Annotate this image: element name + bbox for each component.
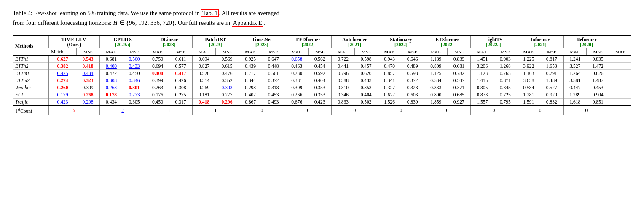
metric-mse-col-8: MSE (447, 48, 470, 56)
dataset-label: ETTh2 (13, 63, 48, 70)
stationary-header: Stationary[2022] (378, 36, 424, 48)
cell-ETTh1-mae-0: 0.543 (76, 56, 99, 63)
cell-ECL-mse-9: 0.878 (470, 91, 494, 99)
cell-ECL-mse-8: 0.800 (424, 91, 447, 99)
count-label: 1stCount (13, 106, 48, 115)
cell-ETTm2-mse-10: 3.658 (517, 77, 540, 84)
metric-mae-col-8: MAE (470, 48, 494, 56)
reformer-header: Reformer[2020] (564, 36, 609, 48)
count-cell-5: 0 (285, 106, 331, 115)
cell-ECL-mse-7: 0.627 (378, 91, 401, 99)
cell-ECL-mse-2: 0.176 (146, 91, 169, 99)
informer-header: Informer[2021] (517, 36, 564, 48)
table-row: ECL0.1790.2680.1780.2730.1760.2750.1810.… (13, 91, 631, 99)
dataset-label: ETTm2 (13, 77, 48, 84)
cell-ECL-mae-2: 0.275 (169, 91, 192, 99)
cell-Traffic-mse-4: 0.867 (239, 99, 262, 106)
cell-ETTh1-mse-4: 0.925 (239, 56, 262, 63)
cell-ECL-mse-5: 0.266 (285, 91, 308, 99)
table-row: Traffic0.4230.2980.4340.3050.4500.3170.4… (13, 99, 631, 106)
cell-ETTm2-mae-3: 0.352 (215, 77, 239, 84)
metric-mse-col-3: MSE (215, 48, 239, 56)
metric-mae-col-5: MAE (331, 48, 354, 56)
cell-ECL-mae-9: 0.725 (494, 91, 517, 99)
table-row: ETTh20.3820.4180.4000.4330.6940.5770.827… (13, 63, 631, 70)
table-row: ETTm20.2740.3230.3080.3460.3990.4260.314… (13, 77, 631, 84)
cell-ETTm2-mse-4: 0.344 (239, 77, 262, 84)
lightts-header: LightTS[2022a] (470, 36, 517, 48)
cell-ETTh1-mse-10: 1.225 (517, 56, 540, 63)
cell-ETTm2-mae-4: 0.372 (262, 77, 285, 84)
cell-ETTm1-mae-4: 0.561 (262, 70, 285, 77)
metric-mse-col-6: MSE (354, 48, 378, 56)
cell-ETTh2-mse-5: 0.463 (285, 63, 308, 70)
cell-ETTh2-mse-9: 3.206 (470, 63, 494, 70)
count-cell-10: 0 (517, 106, 564, 115)
cell-ETTm1-mae-5: 0.592 (308, 70, 331, 77)
cell-ETTh2-mae-0: 0.418 (76, 63, 99, 70)
cell-Traffic-mse-2: 0.450 (146, 99, 169, 106)
cell-Weather-mse-2: 0.263 (146, 84, 169, 91)
cell-ETTh2-mse-3: 0.827 (192, 63, 215, 70)
cell-ETTm2-mse-7: 0.341 (378, 77, 401, 84)
count-cell-7: 0 (378, 106, 424, 115)
cell-ECL-mse-1: 0.178 (99, 91, 123, 99)
cell-Weather-mae-7: 0.328 (401, 84, 424, 91)
metric-mse-col-0: MSE (76, 48, 99, 56)
cell-ETTm1-mse-1: 0.472 (99, 70, 123, 77)
cell-ETTh1-mae-5: 0.562 (308, 56, 331, 63)
cell-ETTm2-mse-9: 1.415 (470, 77, 494, 84)
cell-Weather-mae-11: 0.453 (587, 84, 609, 91)
cell-Traffic-mse-11: 1.618 (564, 99, 587, 106)
cell-Weather-mae-0: 0.309 (76, 84, 99, 91)
metric-mae-col-6: MAE (378, 48, 401, 56)
cell-ETTh2-mse-0: 0.382 (48, 63, 76, 70)
cell-ETTh2-mae-6: 0.457 (354, 63, 378, 70)
results-table: Methods TIME-LLM(Ours) GPT4TS[2023a] DLi… (13, 35, 631, 115)
cell-Weather-mae-4: 0.318 (262, 84, 285, 91)
cell-ETTh1-mse-9: 1.451 (470, 56, 494, 63)
tab1-ref: Tab. 1 (201, 9, 219, 17)
cell-ETTm1-mae-6: 0.620 (354, 70, 378, 77)
cell-ETTh1-mae-9: 0.903 (494, 56, 517, 63)
cell-ETTm1-mae-8: 0.782 (447, 70, 470, 77)
metric-mae-col-9: MAE (517, 48, 540, 56)
dataset-label: ECL (13, 91, 48, 99)
cell-Weather-mse-11: 0.447 (564, 84, 587, 91)
cell-ETTm1-mse-3: 0.526 (192, 70, 215, 77)
metric-mae-col-4: MAE (285, 48, 308, 56)
cell-ETTh1-mae-10: 0.817 (540, 56, 564, 63)
metric-mse-col-4: MSE (262, 48, 285, 56)
cell-ETTh2-mae-5: 0.454 (308, 63, 331, 70)
cell-ETTm2-mse-0: 0.274 (48, 77, 76, 84)
dataset-label: ETTm1 (13, 70, 48, 77)
count-cell-6: 0 (331, 106, 378, 115)
cell-Weather-mae-6: 0.353 (354, 84, 378, 91)
cell-ETTm1-mae-11: 0.826 (587, 70, 609, 77)
cell-ETTm1-mae-3: 0.476 (215, 70, 239, 77)
cell-ETTh2-mse-10: 3.922 (517, 63, 540, 70)
cell-ECL-mae-0: 0.268 (76, 91, 99, 99)
dataset-label: Traffic (13, 99, 48, 106)
cell-Traffic-mae-0: 0.298 (76, 99, 99, 106)
cell-ETTm1-mse-2: 0.400 (146, 70, 169, 77)
cell-ETTm2-mse-2: 0.399 (146, 77, 169, 84)
table-row: ETTm10.4250.4340.4720.4500.4000.4170.526… (13, 70, 631, 77)
cell-Traffic-mae-6: 0.502 (354, 99, 378, 106)
time-llm-header: TIME-LLM(Ours) (48, 36, 99, 48)
cell-Weather-mse-6: 0.310 (331, 84, 354, 91)
cell-Traffic-mse-9: 1.557 (470, 99, 494, 106)
cell-Traffic-mae-4: 0.493 (262, 99, 285, 106)
cell-ECL-mae-8: 0.685 (447, 91, 470, 99)
cell-ETTh1-mse-7: 0.943 (378, 56, 401, 63)
cell-ETTm1-mse-6: 0.796 (331, 70, 354, 77)
cell-Traffic-mse-10: 1.591 (517, 99, 540, 106)
cell-ECL-mae-6: 0.404 (354, 91, 378, 99)
cell-Traffic-mse-7: 1.526 (378, 99, 401, 106)
cell-Weather-mse-5: 0.309 (285, 84, 308, 91)
metric-mae-col-11: MAE (609, 48, 631, 56)
cell-ETTm1-mse-10: 1.163 (517, 70, 540, 77)
cell-ETTm2-mae-7: 0.372 (401, 77, 424, 84)
cell-ETTm1-mse-8: 1.125 (424, 70, 447, 77)
cell-ETTh1-mse-3: 0.694 (192, 56, 215, 63)
